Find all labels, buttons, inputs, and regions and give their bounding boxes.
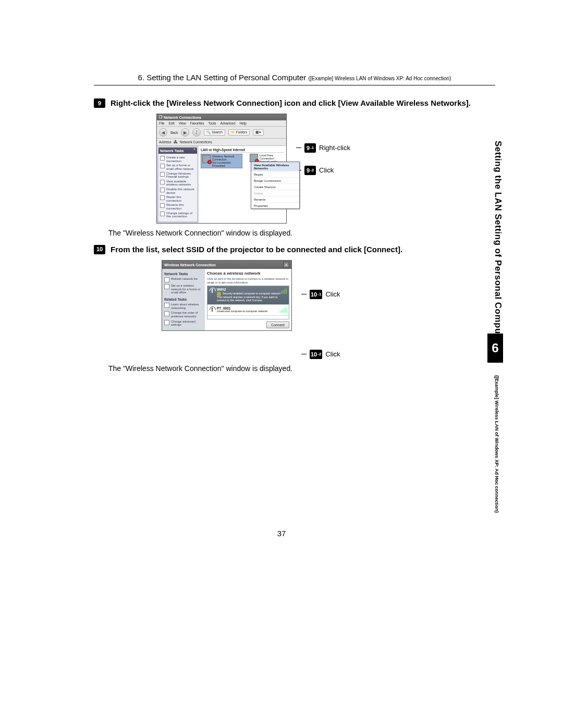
header-subtitle: ([Example] Wireless LAN of Windows XP: A… <box>308 76 451 81</box>
nic-icon <box>250 154 258 162</box>
ssid: WiFi2 <box>217 288 287 291</box>
menu-help[interactable]: Help <box>240 121 247 125</box>
step-10-note: The "Wireless Network Connection" window… <box>108 364 495 373</box>
callout-10-1-label: Click <box>325 290 340 298</box>
wireless-network-connection-window: Wireless Network Connection × Network Ta… <box>162 260 292 331</box>
callouts-step-9: 9-1 Right-click 9-2 Click <box>296 114 350 175</box>
menu-item-repair[interactable]: Repair <box>251 171 299 178</box>
task-link[interactable]: Create a new connection <box>160 156 195 163</box>
task-icon <box>160 188 165 192</box>
antenna-icon <box>210 306 215 312</box>
tab-sub-text: ([Example] Wireless LAN of Windows XP: A… <box>494 375 499 513</box>
chevron-up-icon[interactable]: ˄ <box>193 149 195 153</box>
content-area: LAN or High-Speed Internet Wireless Netw… <box>199 146 286 223</box>
task-icon <box>160 180 165 184</box>
page-number: 37 <box>277 529 286 538</box>
address-bar: Address 🖧 Network Connections <box>157 139 286 146</box>
menu-item-shortcut[interactable]: Create Shortcut <box>251 184 299 190</box>
folder-icon: ❐ <box>159 115 162 119</box>
choose-network-desc: Click an item in the list below to conne… <box>207 277 289 284</box>
tasks-panel: Network Tasks ˄ Create a new connection … <box>157 146 199 223</box>
network-item[interactable]: PT_0001 Unsecured computer-to-computer n… <box>207 305 289 316</box>
task-icon <box>160 212 165 216</box>
callout-9-1-label: Right-click <box>319 144 350 152</box>
close-icon[interactable]: × <box>283 262 289 268</box>
menu-file[interactable]: File <box>159 121 164 125</box>
step-9-text: Right-click the [Wireless Network Connec… <box>111 98 495 108</box>
window-titlebar: ❐ Network Connections <box>157 114 286 120</box>
nic-icon <box>202 155 211 163</box>
wireless-connection-item[interactable]: Wireless Network Connection Not connecte… <box>201 154 242 168</box>
forward-button[interactable]: ▶ <box>181 128 189 137</box>
menu-view[interactable]: View <box>179 121 186 125</box>
conn-name: Local Area Connection <box>260 154 284 160</box>
figure-step-9: ❐ Network Connections File Edit View Fav… <box>156 114 495 224</box>
task-link[interactable]: Set up a home or small office network <box>160 164 195 170</box>
task-link[interactable]: Change Windows Firewall settings <box>160 172 195 179</box>
gear-icon <box>164 320 169 325</box>
network-list: WiFi2 Security-enabled computer-to-compu… <box>207 286 289 319</box>
callout-10-2-label: Click <box>325 350 340 358</box>
conn-status: Not connected, Firewalled <box>212 161 241 167</box>
up-button[interactable]: ⤴ <box>192 128 201 137</box>
step-10-badge: 10 <box>94 245 105 254</box>
learn-wireless[interactable]: Learn about wireless networking <box>164 303 203 310</box>
step-9: 9 Right-click the [Wireless Network Conn… <box>94 98 495 237</box>
menu-tools[interactable]: Tools <box>208 121 216 125</box>
change-order[interactable]: Change the order of preferred networks <box>164 311 203 318</box>
menu-favorites[interactable]: Favorites <box>190 121 204 125</box>
network-tasks-title: Network Tasks <box>164 272 203 276</box>
vertical-tab: Setting the LAN Setting of Personal Comp… <box>493 141 503 346</box>
step-10: 10 From the list, select SSID of the pro… <box>94 244 495 373</box>
task-link[interactable]: View available wireless networks <box>160 180 195 187</box>
tasks-panel-title: Network Tasks <box>160 149 183 153</box>
menu-item-view-available[interactable]: View Available Wireless Networks <box>251 162 299 171</box>
task-link[interactable]: Repair this connection <box>160 195 195 202</box>
header-rule <box>94 85 495 85</box>
network-item-selected[interactable]: WiFi2 Security-enabled computer-to-compu… <box>207 286 289 305</box>
callout-9-1-badge: 9-1 <box>304 143 316 153</box>
lock-icon <box>217 292 221 296</box>
task-link[interactable]: Rename this connection <box>160 203 195 210</box>
callout-9-2-label: Click <box>319 166 334 174</box>
step-9-badge: 9 <box>94 98 105 108</box>
address-label: Address <box>159 140 172 144</box>
related-tasks-title: Related Tasks <box>164 298 203 301</box>
menu-edit[interactable]: Edit <box>168 121 174 125</box>
task-link[interactable]: Disable this network device <box>160 188 195 194</box>
network-icon: 🖧 <box>174 140 178 144</box>
step-10-text: From the list, select SSID of the projec… <box>111 244 495 255</box>
group-label: LAN or High-Speed Internet <box>201 148 284 153</box>
task-link[interactable]: Change settings of this connection <box>160 212 195 218</box>
task-icon <box>160 195 165 200</box>
task-icon <box>160 156 165 161</box>
menu-item-rename[interactable]: Rename <box>251 196 299 203</box>
back-button[interactable]: ◀ <box>159 128 167 137</box>
change-advanced[interactable]: Change advanced settings <box>164 320 203 327</box>
task-icon <box>160 164 165 168</box>
header-title: 6. Setting the LAN Setting of Personal C… <box>138 73 307 82</box>
side-panel: Network Tasks Refresh network list Set u… <box>162 269 205 330</box>
home-icon <box>164 284 169 289</box>
antenna-icon <box>210 288 215 293</box>
toolbar: ◀ Back ▶ ⤴ 🔍 Search 📁 Folders ▦▾ <box>157 127 286 139</box>
menubar: File Edit View Favorites Tools Advanced … <box>157 120 286 127</box>
menu-advanced[interactable]: Advanced <box>221 121 236 125</box>
menu-item-properties[interactable]: Properties <box>251 203 299 208</box>
views-button[interactable]: ▦▾ <box>253 129 264 135</box>
address-value: Network Connections <box>180 140 212 144</box>
window2-title: Wireless Network Connection <box>164 263 216 267</box>
menu-item-bridge[interactable]: Bridge Connections <box>251 178 299 184</box>
figure-step-10: Wireless Network Connection × Network Ta… <box>162 260 495 359</box>
refresh-icon <box>164 277 169 282</box>
choose-network-heading: Choose a wireless network <box>207 271 289 276</box>
search-button[interactable]: 🔍 Search <box>204 129 225 135</box>
signal-icon <box>279 307 287 313</box>
refresh-network-list[interactable]: Refresh network list <box>164 277 203 282</box>
star-icon <box>164 311 169 316</box>
context-menu: View Available Wireless Networks Repair … <box>251 162 300 209</box>
connect-button[interactable]: Connect <box>266 322 289 328</box>
setup-wireless-network[interactable]: Set up a wireless network for a home or … <box>164 284 203 294</box>
callout-9-2-badge: 9-2 <box>304 166 316 175</box>
folders-button[interactable]: 📁 Folders <box>228 129 250 135</box>
